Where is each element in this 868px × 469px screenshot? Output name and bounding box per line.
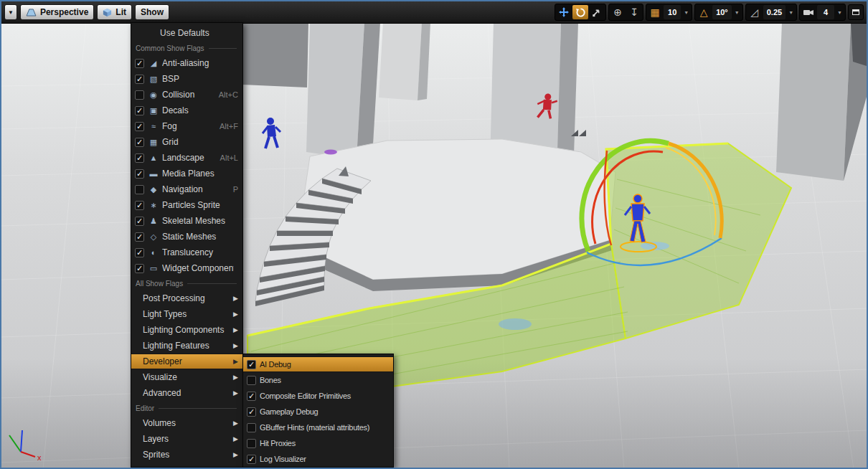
checkbox[interactable]: ✓	[135, 138, 144, 147]
globe-icon: ⊕	[613, 6, 622, 18]
viewport-options-button[interactable]: ▼	[4, 4, 17, 20]
checkbox[interactable]: ✓	[135, 264, 144, 273]
particles-sprite-icon: ∗	[148, 201, 159, 210]
media-planes-icon: ▬	[148, 169, 159, 178]
rotate-tool-button[interactable]	[572, 5, 588, 19]
lit-label: Lit	[115, 7, 126, 17]
transform-tools-group	[555, 4, 606, 21]
scale-snap-icon: ◿	[750, 6, 758, 18]
show-menu-button[interactable]: Show	[135, 4, 169, 20]
menu-item-log-visualizer[interactable]: ✓ Log Visualizer	[243, 451, 393, 467]
scale-snap-group: ◿ 0.25 ▼	[745, 4, 797, 21]
camera-speed-dropdown[interactable]: ▼	[835, 10, 844, 15]
checkbox[interactable]: ✓	[247, 407, 256, 417]
menu-item-composite-editor-primitives[interactable]: ✓ Composite Editor Primitives	[243, 388, 393, 404]
checkbox[interactable]: ✓	[247, 392, 256, 401]
menu-item-post-processing[interactable]: Post Processing ▶	[131, 290, 242, 306]
rotation-snap-toggle[interactable]: △	[696, 5, 712, 19]
checkbox[interactable]: ✓	[247, 360, 256, 369]
checkbox[interactable]: ✓	[135, 59, 144, 68]
menu-item-advanced[interactable]: Advanced ▶	[131, 385, 242, 401]
menu-item-layers[interactable]: Layers ▶	[131, 431, 242, 447]
menu-item-sprites[interactable]: Sprites ▶	[131, 447, 242, 463]
menu-item-widget-components[interactable]: ✓ ▭ Widget Components	[131, 260, 242, 276]
submenu-arrow-icon: ▶	[233, 358, 238, 365]
section-header-all-show-flags: All Show Flags	[131, 276, 242, 290]
section-header-common-show-flags: Common Show Flags	[131, 41, 242, 55]
checkbox[interactable]: ✓	[135, 153, 144, 163]
scale-tool-button[interactable]	[589, 5, 605, 19]
scale-snap-dropdown[interactable]: ▼	[786, 10, 796, 15]
menu-item-visualize[interactable]: Visualize ▶	[131, 369, 242, 385]
checkbox[interactable]: ✓	[135, 248, 144, 257]
menu-item-media-planes[interactable]: ✓ ▬ Media Planes	[131, 166, 242, 181]
menu-item-gbuffer-hints[interactable]: GBuffer Hints (material attributes)	[243, 420, 393, 435]
scale-snap-value[interactable]: 0.25	[763, 5, 786, 19]
menu-item-grid[interactable]: ✓ ▦ Grid	[131, 134, 242, 150]
surface-snap-icon: ↧	[630, 6, 638, 18]
menu-item-hit-proxies[interactable]: Hit Proxies	[243, 435, 393, 451]
menu-item-skeletal-meshes[interactable]: ✓ ♟ Skeletal Meshes	[131, 213, 242, 229]
navigation-icon: ◆	[148, 185, 159, 194]
menu-item-particles-sprite[interactable]: ✓ ∗ Particles Sprite	[131, 197, 242, 213]
checkbox[interactable]: ✓	[135, 169, 144, 179]
translucency-icon: ◐	[148, 248, 159, 257]
maximize-viewport-button[interactable]	[848, 4, 864, 20]
checkbox[interactable]	[247, 423, 256, 432]
checkbox[interactable]	[135, 90, 144, 100]
checkbox[interactable]: ✓	[135, 75, 144, 84]
checkbox[interactable]: ✓	[247, 455, 256, 464]
viewport-toolbar: ▼ Perspective Lit Show	[1, 1, 867, 24]
rotation-snap-value[interactable]: 10°	[712, 5, 732, 19]
camera-speed-button[interactable]	[801, 5, 816, 19]
world-coordinate-button[interactable]: ⊕	[610, 5, 626, 19]
checkbox[interactable]: ✓	[135, 232, 144, 242]
fog-icon: ≈	[148, 122, 159, 131]
submenu-arrow-icon: ▶	[233, 451, 238, 458]
surface-snapping-button[interactable]: ↧	[626, 5, 642, 19]
submenu-arrow-icon: ▶	[233, 326, 238, 333]
checkbox[interactable]	[247, 376, 256, 385]
menu-item-ai-debug[interactable]: ✓ AI Debug	[243, 356, 393, 372]
grid-snap-dropdown[interactable]: ▼	[681, 10, 691, 15]
menu-item-light-types[interactable]: Light Types ▶	[131, 306, 242, 322]
checkbox[interactable]: ✓	[135, 122, 144, 131]
perspective-button[interactable]: Perspective	[20, 4, 94, 20]
debug-marker-purple	[324, 150, 337, 155]
checkbox[interactable]: ✓	[135, 217, 144, 226]
menu-item-static-meshes[interactable]: ✓ ◇ Static Meshes	[131, 229, 242, 245]
menu-item-navigation[interactable]: ◆ Navigation P	[131, 181, 242, 197]
menu-item-translucency[interactable]: ✓ ◐ Translucency	[131, 245, 242, 260]
rotate-tool-icon	[575, 7, 586, 18]
menu-item-lighting-features[interactable]: Lighting Features ▶	[131, 338, 242, 354]
menu-item-use-defaults[interactable]: Use Defaults	[131, 25, 242, 41]
submenu-arrow-icon: ▶	[233, 311, 238, 318]
checkbox[interactable]	[247, 439, 256, 448]
grid-snap-toggle[interactable]: ▦	[647, 5, 663, 19]
lit-mode-button[interactable]: Lit	[97, 4, 132, 20]
checkbox[interactable]: ✓	[135, 201, 144, 210]
menu-item-volumes[interactable]: Volumes ▶	[131, 415, 242, 431]
grid-snap-value[interactable]: 10	[664, 5, 681, 19]
menu-item-landscape[interactable]: ✓ ▲ Landscape Alt+L	[131, 150, 242, 166]
menu-item-collision[interactable]: ◉ Collision Alt+C	[131, 87, 242, 103]
menu-item-developer[interactable]: Developer ▶	[131, 354, 242, 369]
menu-item-gameplay-debug[interactable]: ✓ Gameplay Debug	[243, 404, 393, 420]
grid-snap-group: ▦ 10 ▼	[646, 4, 692, 21]
checkbox[interactable]: ✓	[135, 106, 144, 115]
menu-item-decals[interactable]: ✓ ▣ Decals	[131, 103, 242, 118]
scale-snap-toggle[interactable]: ◿	[747, 5, 763, 19]
camera-speed-value[interactable]: 4	[817, 5, 834, 19]
landscape-icon: ▲	[148, 153, 159, 162]
move-tool-button[interactable]	[556, 5, 572, 19]
rotation-snap-dropdown[interactable]: ▼	[732, 10, 742, 15]
checkbox[interactable]	[135, 185, 144, 194]
menu-item-lighting-components[interactable]: Lighting Components ▶	[131, 322, 242, 338]
menu-item-anti-aliasing[interactable]: ✓ ◢ Anti-aliasing	[131, 55, 242, 71]
menu-item-bsp[interactable]: ✓ ▧ BSP	[131, 71, 242, 87]
grid-snap-icon: ▦	[651, 6, 660, 18]
static-meshes-icon: ◇	[148, 232, 159, 242]
submenu-arrow-icon: ▶	[233, 420, 238, 427]
menu-item-fog[interactable]: ✓ ≈ Fog Alt+F	[131, 118, 242, 134]
menu-item-bones[interactable]: Bones	[243, 372, 393, 388]
